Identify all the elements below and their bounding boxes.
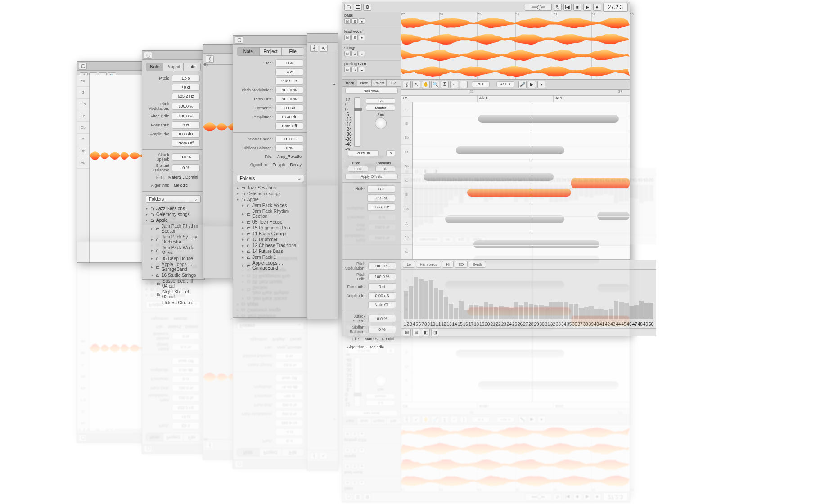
play-icon[interactable]: ▶ bbox=[583, 494, 591, 501]
folder-select[interactable]: Folders⌄ bbox=[237, 175, 304, 182]
pitch-value[interactable]: D 4 bbox=[275, 437, 303, 445]
collapse-icon[interactable]: ▢ bbox=[235, 461, 243, 468]
pitch-value[interactable]: Eb 5 bbox=[172, 75, 200, 82]
folder-item[interactable]: 14 Future Bass bbox=[237, 248, 304, 254]
eq-tab-hi[interactable]: Hi bbox=[442, 261, 454, 268]
track-M-button[interactable]: M bbox=[344, 464, 351, 469]
hand-icon[interactable]: ✋ bbox=[422, 416, 430, 423]
track-●-button[interactable]: ● bbox=[359, 67, 365, 72]
track-header[interactable]: bassMS● bbox=[342, 12, 401, 28]
harmonic-bar[interactable] bbox=[549, 302, 554, 319]
harmonic-bar[interactable] bbox=[469, 305, 473, 319]
transport-position[interactable]: 27.2.3 bbox=[603, 493, 628, 502]
track-S-button[interactable]: S bbox=[351, 448, 358, 453]
pitch-display[interactable]: G 3 bbox=[472, 81, 490, 87]
folder-item[interactable]: Apple bbox=[146, 217, 201, 223]
tab-note[interactable]: Note bbox=[146, 63, 163, 71]
harmonic-bar[interactable] bbox=[414, 277, 418, 319]
chord-ruler[interactable]: C5 A♯/B♭ A♯/G bbox=[401, 402, 630, 408]
folder-item[interactable]: Jam Pack 1 bbox=[237, 254, 304, 260]
left-tab-note[interactable]: Note bbox=[357, 80, 372, 86]
clef-icon[interactable]: 𝄞 bbox=[206, 55, 214, 63]
folder-item[interactable]: Jazz Sessions bbox=[237, 185, 304, 191]
note-blob[interactable] bbox=[90, 145, 144, 166]
harmonic-bar[interactable] bbox=[404, 291, 408, 319]
harmonic-bar[interactable] bbox=[474, 305, 478, 319]
track-M-button[interactable]: M bbox=[344, 448, 351, 453]
apply-offsets-button[interactable]: Apply Offsets bbox=[345, 174, 398, 180]
toggle-icon[interactable]: ◨ bbox=[431, 329, 439, 336]
track-header[interactable]: lead vocalMS● bbox=[342, 459, 401, 476]
harmonic-bars[interactable] bbox=[401, 270, 656, 322]
harmonic-bar[interactable] bbox=[564, 302, 568, 319]
track-S-button[interactable]: S bbox=[351, 51, 358, 56]
record-icon[interactable]: ● bbox=[593, 4, 601, 11]
folder-item[interactable]: 13 Drummer bbox=[237, 237, 304, 243]
stretch-icon[interactable]: ↔ bbox=[450, 416, 458, 423]
folder-item[interactable]: Jam Pack Sy…ny Orchestra bbox=[146, 234, 201, 245]
pan-knob[interactable] bbox=[375, 117, 387, 129]
titlebar[interactable]: ▢ bbox=[233, 36, 308, 45]
arrangement-lane[interactable]: 27282930313233 bbox=[401, 425, 630, 492]
folder-item[interactable]: Apple Loops … GarageBand bbox=[237, 260, 304, 271]
track-S-button[interactable]: S bbox=[351, 35, 358, 40]
track-●-button[interactable]: ● bbox=[359, 18, 365, 24]
split-icon[interactable]: ⎮ bbox=[460, 81, 468, 88]
transport-position[interactable]: 27.2.3 bbox=[603, 3, 628, 12]
pitch-hz[interactable]: 292.9 Hz bbox=[275, 419, 303, 427]
rewind-icon[interactable]: |◀ bbox=[563, 4, 572, 11]
harmonic-bar[interactable] bbox=[629, 306, 634, 319]
harmonic-bar[interactable] bbox=[569, 304, 573, 320]
harmonic-bar[interactable] bbox=[519, 305, 523, 319]
harmonic-bar[interactable] bbox=[449, 304, 453, 319]
cents-display[interactable]: +19 ct bbox=[496, 81, 514, 87]
folder-item[interactable]: 11 Blues Garage bbox=[237, 231, 304, 237]
harmonic-bar[interactable] bbox=[619, 302, 623, 319]
track-S-button[interactable]: S bbox=[351, 67, 358, 72]
harmonic-bar[interactable] bbox=[589, 306, 594, 319]
harmonic-bar[interactable] bbox=[539, 305, 543, 319]
bar-ruler[interactable]: 26 27 bbox=[401, 408, 630, 414]
track-M-button[interactable]: M bbox=[344, 480, 351, 486]
harmonic-bar[interactable] bbox=[639, 301, 644, 319]
pitch-value[interactable]: D 4 bbox=[275, 59, 303, 67]
piano-key[interactable]: Ab bbox=[401, 231, 412, 245]
track-●-button[interactable]: ● bbox=[359, 432, 365, 437]
track-header[interactable]: stringsMS● bbox=[342, 45, 401, 61]
roll-area[interactable] bbox=[413, 102, 630, 259]
zoom-icon[interactable]: 🔍 bbox=[431, 81, 439, 88]
zoom-slider[interactable]: ━━◯━ bbox=[525, 4, 552, 11]
piano-key[interactable]: G bbox=[401, 245, 412, 259]
zoom-icon[interactable]: 🔍 bbox=[108, 424, 116, 432]
harmonic-bar[interactable] bbox=[614, 301, 618, 319]
harmonic-bar[interactable] bbox=[504, 307, 509, 319]
waveform[interactable] bbox=[401, 475, 630, 487]
play-icon[interactable]: ▶ bbox=[583, 4, 591, 11]
pitch-offset[interactable]: 0.00 bbox=[348, 166, 368, 172]
left-tab-file[interactable]: File bbox=[387, 418, 401, 424]
pointer-icon[interactable]: ↖ bbox=[412, 416, 420, 423]
harmonic-bar[interactable] bbox=[599, 309, 604, 319]
waveform[interactable] bbox=[401, 33, 630, 45]
scissors-icon[interactable]: ✂ bbox=[99, 424, 107, 432]
tab-note[interactable]: Note bbox=[146, 433, 163, 441]
waveform[interactable] bbox=[401, 442, 630, 455]
mute-value[interactable]: 0 bbox=[386, 150, 395, 156]
sigma-icon[interactable]: Σ bbox=[441, 416, 449, 423]
harmonic-bar[interactable] bbox=[494, 307, 498, 319]
waveform[interactable] bbox=[401, 49, 630, 62]
clef-icon[interactable]: 𝄞 bbox=[403, 416, 411, 423]
pitch-display[interactable]: G 3 bbox=[472, 417, 490, 423]
left-tab-file[interactable]: File bbox=[387, 80, 401, 86]
harmonic-bar[interactable] bbox=[604, 310, 608, 319]
piano-key[interactable]: Bb bbox=[401, 202, 412, 216]
master-select[interactable]: Master bbox=[366, 393, 395, 399]
piano-key[interactable]: F bbox=[401, 102, 412, 117]
voice-select[interactable]: 1-2 bbox=[366, 98, 395, 104]
track-header[interactable]: stringsMS● bbox=[342, 443, 401, 459]
left-tab-project[interactable]: Project bbox=[372, 418, 387, 424]
harmonic-bar[interactable] bbox=[579, 308, 583, 319]
pointer-icon[interactable]: ↖ bbox=[320, 452, 328, 459]
folder-item[interactable]: 16 Studio Strings bbox=[146, 272, 201, 278]
eq-tab-harmonics[interactable]: Harmonics bbox=[416, 261, 441, 268]
